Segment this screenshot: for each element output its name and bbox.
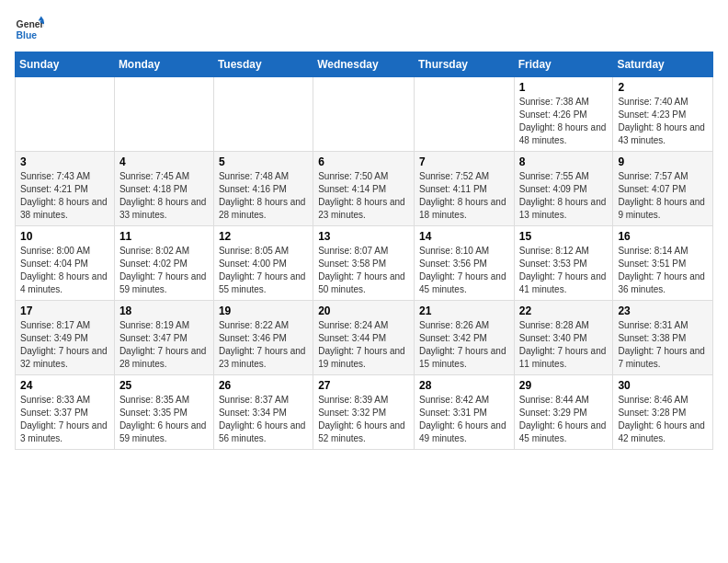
day-number: 16 <box>618 230 708 243</box>
calendar-row-1: 1Sunrise: 7:38 AMSunset: 4:26 PMDaylight… <box>16 77 713 152</box>
calendar-row-2: 3Sunrise: 7:43 AMSunset: 4:21 PMDaylight… <box>16 152 713 226</box>
day-info: Sunrise: 8:19 AMSunset: 3:47 PMDaylight:… <box>119 319 209 371</box>
day-info: Sunrise: 8:12 AMSunset: 3:53 PMDaylight:… <box>519 245 609 296</box>
day-info: Sunrise: 8:17 AMSunset: 3:49 PMDaylight:… <box>20 319 109 371</box>
header-monday: Monday <box>114 52 213 77</box>
day-number: 9 <box>618 155 708 168</box>
calendar-cell: 28Sunrise: 8:42 AMSunset: 3:31 PMDayligh… <box>414 375 514 450</box>
calendar-cell: 8Sunrise: 7:55 AMSunset: 4:09 PMDaylight… <box>514 152 613 226</box>
header-wednesday: Wednesday <box>313 52 415 77</box>
day-number: 21 <box>419 304 509 317</box>
logo-icon: General Blue <box>15 15 44 44</box>
calendar-cell: 30Sunrise: 8:46 AMSunset: 3:28 PMDayligh… <box>613 375 713 450</box>
calendar-cell: 13Sunrise: 8:07 AMSunset: 3:58 PMDayligh… <box>313 226 415 301</box>
calendar-cell: 6Sunrise: 7:50 AMSunset: 4:14 PMDaylight… <box>313 152 415 226</box>
calendar-cell: 17Sunrise: 8:17 AMSunset: 3:49 PMDayligh… <box>16 301 115 375</box>
day-number: 26 <box>219 379 308 392</box>
calendar-table: Sunday Monday Tuesday Wednesday Thursday… <box>15 52 713 450</box>
header-sunday: Sunday <box>16 52 115 77</box>
header: General Blue <box>15 15 713 44</box>
day-number: 2 <box>618 81 708 94</box>
calendar-row-3: 10Sunrise: 8:00 AMSunset: 4:04 PMDayligh… <box>16 226 713 301</box>
calendar-cell <box>114 77 213 152</box>
day-number: 4 <box>119 155 209 168</box>
day-info: Sunrise: 8:42 AMSunset: 3:31 PMDaylight:… <box>419 394 509 445</box>
calendar-cell: 21Sunrise: 8:26 AMSunset: 3:42 PMDayligh… <box>414 301 514 375</box>
svg-text:Blue: Blue <box>17 30 38 40</box>
day-info: Sunrise: 8:24 AMSunset: 3:44 PMDaylight:… <box>318 319 409 371</box>
day-info: Sunrise: 8:46 AMSunset: 3:28 PMDaylight:… <box>618 394 708 445</box>
calendar-body: 1Sunrise: 7:38 AMSunset: 4:26 PMDaylight… <box>16 77 713 450</box>
header-thursday: Thursday <box>414 52 514 77</box>
day-number: 24 <box>20 379 109 392</box>
calendar-cell: 23Sunrise: 8:31 AMSunset: 3:38 PMDayligh… <box>613 301 713 375</box>
day-info: Sunrise: 8:37 AMSunset: 3:34 PMDaylight:… <box>219 394 308 445</box>
day-number: 8 <box>519 155 609 168</box>
day-info: Sunrise: 7:43 AMSunset: 4:21 PMDaylight:… <box>20 170 109 222</box>
day-info: Sunrise: 8:14 AMSunset: 3:51 PMDaylight:… <box>618 245 708 296</box>
day-number: 22 <box>519 304 609 317</box>
calendar-cell: 3Sunrise: 7:43 AMSunset: 4:21 PMDaylight… <box>16 152 115 226</box>
day-info: Sunrise: 8:10 AMSunset: 3:56 PMDaylight:… <box>419 245 509 296</box>
logo: General Blue <box>15 15 44 44</box>
day-number: 12 <box>219 230 308 243</box>
day-info: Sunrise: 8:39 AMSunset: 3:32 PMDaylight:… <box>318 394 409 445</box>
calendar-cell: 20Sunrise: 8:24 AMSunset: 3:44 PMDayligh… <box>313 301 415 375</box>
day-number: 15 <box>519 230 609 243</box>
day-number: 1 <box>519 81 609 94</box>
day-info: Sunrise: 8:35 AMSunset: 3:35 PMDaylight:… <box>119 394 209 445</box>
day-number: 6 <box>318 155 409 168</box>
day-number: 3 <box>20 155 109 168</box>
calendar-cell: 1Sunrise: 7:38 AMSunset: 4:26 PMDaylight… <box>514 77 613 152</box>
day-number: 27 <box>318 379 409 392</box>
day-number: 30 <box>618 379 708 392</box>
calendar-cell: 27Sunrise: 8:39 AMSunset: 3:32 PMDayligh… <box>313 375 415 450</box>
day-info: Sunrise: 8:31 AMSunset: 3:38 PMDaylight:… <box>618 319 708 371</box>
calendar-cell: 11Sunrise: 8:02 AMSunset: 4:02 PMDayligh… <box>114 226 213 301</box>
day-number: 28 <box>419 379 509 392</box>
day-info: Sunrise: 8:33 AMSunset: 3:37 PMDaylight:… <box>20 394 109 445</box>
day-info: Sunrise: 8:00 AMSunset: 4:04 PMDaylight:… <box>20 245 109 296</box>
day-number: 14 <box>419 230 509 243</box>
header-tuesday: Tuesday <box>213 52 313 77</box>
calendar-cell: 12Sunrise: 8:05 AMSunset: 4:00 PMDayligh… <box>213 226 313 301</box>
day-number: 20 <box>318 304 409 317</box>
calendar-cell: 24Sunrise: 8:33 AMSunset: 3:37 PMDayligh… <box>16 375 115 450</box>
calendar-cell: 29Sunrise: 8:44 AMSunset: 3:29 PMDayligh… <box>514 375 613 450</box>
calendar-cell: 4Sunrise: 7:45 AMSunset: 4:18 PMDaylight… <box>114 152 213 226</box>
calendar-row-4: 17Sunrise: 8:17 AMSunset: 3:49 PMDayligh… <box>16 301 713 375</box>
calendar-cell: 14Sunrise: 8:10 AMSunset: 3:56 PMDayligh… <box>414 226 514 301</box>
calendar-cell: 2Sunrise: 7:40 AMSunset: 4:23 PMDaylight… <box>613 77 713 152</box>
day-info: Sunrise: 7:57 AMSunset: 4:07 PMDaylight:… <box>618 170 708 222</box>
day-info: Sunrise: 8:02 AMSunset: 4:02 PMDaylight:… <box>119 245 209 296</box>
day-number: 5 <box>219 155 308 168</box>
day-info: Sunrise: 7:40 AMSunset: 4:23 PMDaylight:… <box>618 96 708 147</box>
day-info: Sunrise: 7:52 AMSunset: 4:11 PMDaylight:… <box>419 170 509 222</box>
calendar-row-5: 24Sunrise: 8:33 AMSunset: 3:37 PMDayligh… <box>16 375 713 450</box>
calendar-cell <box>313 77 415 152</box>
calendar-cell: 26Sunrise: 8:37 AMSunset: 3:34 PMDayligh… <box>213 375 313 450</box>
calendar-cell <box>16 77 115 152</box>
weekday-header-row: Sunday Monday Tuesday Wednesday Thursday… <box>16 52 713 77</box>
day-number: 10 <box>20 230 109 243</box>
day-info: Sunrise: 8:28 AMSunset: 3:40 PMDaylight:… <box>519 319 609 371</box>
day-info: Sunrise: 7:55 AMSunset: 4:09 PMDaylight:… <box>519 170 609 222</box>
calendar-cell: 25Sunrise: 8:35 AMSunset: 3:35 PMDayligh… <box>114 375 213 450</box>
header-saturday: Saturday <box>613 52 713 77</box>
calendar-cell: 19Sunrise: 8:22 AMSunset: 3:46 PMDayligh… <box>213 301 313 375</box>
day-number: 13 <box>318 230 409 243</box>
day-number: 11 <box>119 230 209 243</box>
header-friday: Friday <box>514 52 613 77</box>
calendar-cell: 5Sunrise: 7:48 AMSunset: 4:16 PMDaylight… <box>213 152 313 226</box>
day-info: Sunrise: 7:50 AMSunset: 4:14 PMDaylight:… <box>318 170 409 222</box>
day-number: 29 <box>519 379 609 392</box>
svg-text:General: General <box>17 19 44 29</box>
day-number: 23 <box>618 304 708 317</box>
day-info: Sunrise: 8:07 AMSunset: 3:58 PMDaylight:… <box>318 245 409 296</box>
calendar-cell: 9Sunrise: 7:57 AMSunset: 4:07 PMDaylight… <box>613 152 713 226</box>
calendar-cell <box>414 77 514 152</box>
day-number: 7 <box>419 155 509 168</box>
day-number: 17 <box>20 304 109 317</box>
day-info: Sunrise: 8:44 AMSunset: 3:29 PMDaylight:… <box>519 394 609 445</box>
calendar-cell: 7Sunrise: 7:52 AMSunset: 4:11 PMDaylight… <box>414 152 514 226</box>
